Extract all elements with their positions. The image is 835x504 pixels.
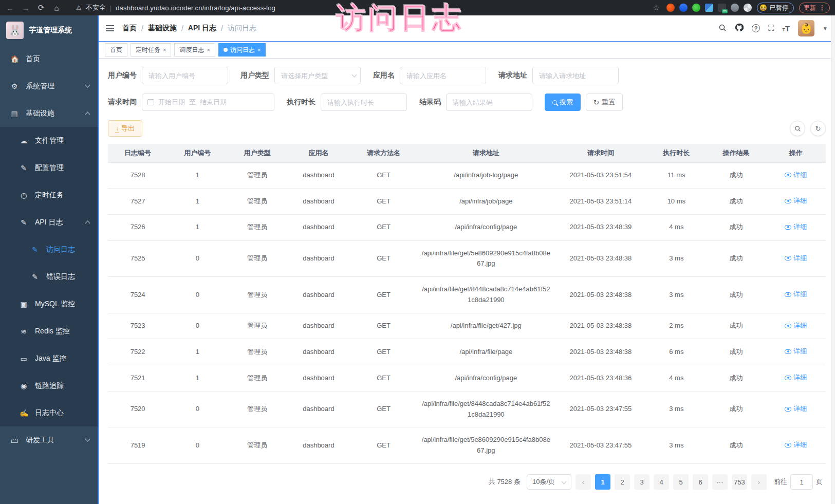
- next-page-button[interactable]: ›: [751, 474, 767, 490]
- user-id-input[interactable]: [142, 67, 228, 84]
- tab-scheduled-tasks[interactable]: 定时任务×: [131, 43, 171, 57]
- request-url-label: 请求地址: [498, 71, 527, 80]
- breadcrumb-infrastructure[interactable]: 基础设施: [148, 24, 177, 33]
- paused-badge[interactable]: 😆 已暂停: [757, 3, 794, 13]
- github-icon[interactable]: [735, 23, 744, 33]
- chevron-down-icon: [85, 83, 90, 88]
- sidebar-item-home[interactable]: 🏠 首页: [0, 45, 98, 72]
- breadcrumb-separator: /: [221, 24, 223, 32]
- detail-link[interactable]: 详细: [785, 222, 807, 233]
- sidebar-item-trace[interactable]: ◉ 链路追踪: [0, 372, 98, 399]
- bookmark-star-icon[interactable]: ☆: [653, 4, 659, 12]
- paused-label: 已暂停: [770, 4, 788, 12]
- browser-home-icon[interactable]: ⌂: [51, 4, 62, 12]
- sidebar-item-infrastructure[interactable]: ▤ 基础设施: [0, 100, 98, 127]
- reset-button[interactable]: ↻ 重置: [586, 94, 623, 111]
- browser-back-icon[interactable]: ←: [5, 4, 15, 12]
- result-code-input[interactable]: [446, 94, 532, 111]
- sidebar-item-log-center[interactable]: ✍ 日志中心: [0, 399, 98, 426]
- page-size-select[interactable]: 10条/页: [527, 474, 571, 490]
- duration-input[interactable]: [321, 94, 407, 111]
- breadcrumb-api-log[interactable]: API 日志: [188, 24, 216, 33]
- help-icon[interactable]: ?: [752, 24, 760, 32]
- sidebar-item-java-monitor[interactable]: ▭ Java 监控: [0, 345, 98, 372]
- tab-schedule-log[interactable]: 调度日志×: [174, 43, 215, 57]
- extension-icon-gray[interactable]: [731, 4, 739, 12]
- detail-link[interactable]: 详细: [785, 170, 807, 181]
- app-name-input[interactable]: [400, 67, 486, 84]
- browser-forward-icon[interactable]: →: [21, 4, 31, 12]
- avatar-caret-down-icon[interactable]: ▼: [823, 26, 828, 31]
- page-content: 用户编号 用户类型 应用名 请求: [99, 59, 835, 504]
- browser-menu-kebab-icon[interactable]: ⋮: [819, 4, 825, 11]
- fullscreen-icon[interactable]: ⛶: [768, 24, 774, 32]
- cell-result: 成功: [706, 427, 766, 464]
- sidebar-item-file-management[interactable]: ☁ 文件管理: [0, 127, 98, 154]
- search-icon[interactable]: [718, 24, 727, 33]
- extension-icon-blocks[interactable]: [705, 4, 713, 12]
- sidebar-item-label: API 日志: [35, 218, 63, 227]
- page-button-3[interactable]: 3: [634, 474, 650, 490]
- table-row: 7521 1 管理员 dashboard GET /api/infra/conf…: [108, 365, 826, 391]
- page-button-4[interactable]: 4: [654, 474, 669, 490]
- page-button-5[interactable]: 5: [673, 474, 689, 490]
- calendar-icon: [147, 99, 154, 105]
- detail-link[interactable]: 详细: [785, 372, 807, 383]
- page-button-6[interactable]: 6: [693, 474, 708, 490]
- cell-user-id: 1: [168, 214, 227, 240]
- sidebar-item-access-log[interactable]: ✎ 访问日志: [0, 236, 98, 263]
- cell-url: /api/infra/file/get/8448cada8c714e4ab61f…: [417, 391, 555, 427]
- toggle-search-button[interactable]: [790, 121, 805, 136]
- cell-method: GET: [350, 391, 417, 427]
- detail-link[interactable]: 详细: [785, 440, 807, 451]
- app-logo[interactable]: 🐰 芋道管理系统: [0, 15, 98, 45]
- cell-method: GET: [350, 214, 417, 240]
- user-type-select[interactable]: [274, 67, 361, 84]
- page-button-753[interactable]: 753: [732, 474, 747, 490]
- breadcrumb-home[interactable]: 首页: [122, 24, 137, 33]
- goto-page-input[interactable]: [790, 474, 813, 490]
- close-icon[interactable]: ×: [207, 47, 210, 53]
- close-icon[interactable]: ×: [257, 47, 261, 53]
- sidebar-item-scheduled-tasks[interactable]: ◴ 定时任务: [0, 181, 98, 209]
- export-button[interactable]: ↓ 导出: [108, 120, 142, 137]
- scrollbar[interactable]: [831, 15, 835, 504]
- address-bar[interactable]: ⚠ 不安全 | dashboard.yudao.iocoder.cn/infra…: [67, 3, 647, 12]
- detail-link[interactable]: 详细: [785, 196, 807, 207]
- detail-link[interactable]: 详细: [785, 404, 807, 415]
- page-button-1[interactable]: 1: [595, 474, 610, 490]
- extensions-pinwheel-icon[interactable]: [744, 4, 752, 12]
- user-avatar[interactable]: 👶: [798, 20, 814, 36]
- sidebar-item-system-management[interactable]: ⚙ 系统管理: [0, 72, 98, 100]
- close-icon[interactable]: ×: [163, 47, 166, 53]
- extension-icon-green[interactable]: [692, 4, 700, 12]
- font-size-icon[interactable]: TT: [782, 24, 790, 33]
- detail-link[interactable]: 详细: [785, 253, 807, 264]
- tab-access-log[interactable]: 访问日志×: [218, 43, 266, 57]
- sidebar-item-dev-tools[interactable]: 🗃 研发工具: [0, 426, 98, 454]
- refresh-table-button[interactable]: ↻: [810, 121, 826, 136]
- tab-home[interactable]: 首页: [105, 43, 127, 57]
- hamburger-icon[interactable]: [106, 25, 114, 31]
- detail-link[interactable]: 详细: [785, 289, 807, 300]
- page-button-2[interactable]: 2: [615, 474, 630, 490]
- sidebar-item-api-log[interactable]: ✎ API 日志: [0, 209, 98, 236]
- prev-page-button[interactable]: ‹: [576, 474, 591, 490]
- sidebar-item-error-log[interactable]: ✎ 错误日志: [0, 263, 98, 290]
- browser-update-button[interactable]: 更新 ⋮: [799, 3, 830, 13]
- sidebar-item-mysql-monitor[interactable]: ▣ MySQL 监控: [0, 290, 98, 318]
- date-range-picker[interactable]: 开始日期 至 结束日期: [142, 94, 274, 111]
- detail-link[interactable]: 详细: [785, 321, 807, 331]
- extension-icon-shield[interactable]: [679, 4, 688, 12]
- detail-link[interactable]: 详细: [785, 346, 807, 357]
- sidebar-item-config-management[interactable]: ✎ 配置管理: [0, 154, 98, 181]
- pager-ellipsis[interactable]: ···: [712, 474, 728, 490]
- extension-icon-grid[interactable]: cn: [718, 4, 726, 12]
- cell-user-type: 管理员: [227, 391, 287, 427]
- extension-icon-orange[interactable]: [666, 4, 675, 12]
- browser-reload-icon[interactable]: ⟳: [36, 3, 46, 12]
- start-date-placeholder: 开始日期: [158, 98, 185, 107]
- request-url-input[interactable]: [532, 67, 619, 84]
- search-button[interactable]: 搜索: [545, 94, 581, 111]
- sidebar-item-redis-monitor[interactable]: ≋ Redis 监控: [0, 318, 98, 345]
